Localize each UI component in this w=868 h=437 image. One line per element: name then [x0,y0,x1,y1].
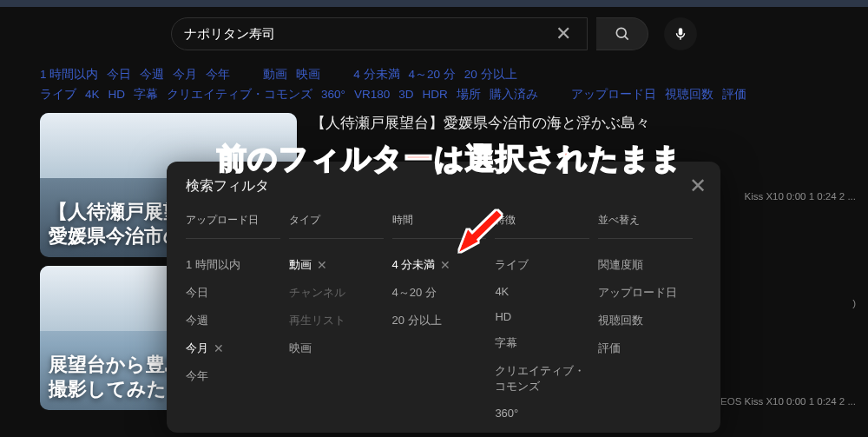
filter-option-label: 評価 [598,341,621,356]
filter-link[interactable]: 字幕 [134,88,158,101]
filter-shortcut-links: 1 時間以内今日今週今月今年動画映画4 分未満4～20 分20 分以上 ライブ4… [0,61,868,106]
filter-option[interactable]: クリエイティブ・コモンズ [495,357,589,401]
filter-link[interactable]: アップロード日 [571,88,656,101]
filter-link[interactable]: VR180 [354,88,390,101]
filter-option[interactable]: 4～20 分 [392,279,487,307]
filter-option-label: クリエイティブ・コモンズ [495,363,589,394]
filter-option-label: アップロード日 [598,285,677,301]
filter-option: チャンネル [289,279,384,307]
filter-link[interactable]: HDR [423,88,448,101]
search-bar: ✕ [0,7,868,61]
filter-option[interactable]: 今日 [186,279,280,307]
filter-link[interactable]: 購入済み [490,88,538,101]
filter-option[interactable]: 映画 [289,334,384,362]
filter-option-label: 動画 [289,257,312,273]
filter-option-label: 4K [495,285,509,298]
filter-link[interactable]: 今日 [107,68,131,81]
clear-search-icon[interactable]: ✕ [552,23,575,45]
filter-option-label: HD [495,310,511,323]
filter-option-label: 視聴回数 [598,313,643,328]
filter-column: 特徴ライブ4KHD字幕クリエイティブ・コモンズ360°VR180 [495,213,598,433]
video-meta-text: ) [852,298,856,308]
filter-link[interactable]: 動画 [263,68,287,81]
filter-link[interactable]: 4～20 分 [409,68,456,81]
remove-filter-icon[interactable]: ✕ [440,258,450,272]
filter-link[interactable]: クリエイティブ・コモンズ [167,88,312,101]
filter-link[interactable]: 4 分未満 [353,68,399,81]
filter-link[interactable]: 今年 [206,68,230,81]
svg-line-1 [624,36,628,40]
svg-point-0 [616,28,626,37]
remove-filter-icon[interactable]: ✕ [214,341,224,355]
filter-column-header: 並べ替え [598,213,693,239]
filter-option[interactable]: アップロード日 [598,279,693,307]
filter-option[interactable]: 4K [495,279,589,304]
filter-option[interactable]: 評価 [598,334,693,362]
filter-link[interactable]: 1 時間以内 [40,68,98,81]
filter-option[interactable]: 字幕 [495,329,589,357]
filter-link[interactable]: 評価 [722,88,746,101]
filter-column: 並べ替え関連度順アップロード日視聴回数評価 [598,213,701,433]
search-input-wrap: ✕ [171,17,588,50]
filter-option[interactable]: 今月✕ [186,334,280,362]
filter-option-label: 関連度順 [598,257,643,273]
filter-option[interactable]: 360° [495,401,589,426]
filter-option-label: 今月 [186,341,208,356]
filter-option-label: 字幕 [495,335,517,351]
filter-link[interactable]: 3D [398,88,413,101]
filter-option-label: 今週 [186,313,208,328]
filter-option-label: VR180 [495,432,529,433]
filter-option-label: 今日 [186,285,208,301]
filter-link[interactable]: 映画 [296,68,320,81]
filter-column: タイプ動画✕チャンネル再生リスト映画 [289,213,392,433]
modal-title: 検索フィルタ [186,177,701,195]
mic-icon [673,26,688,42]
search-button[interactable] [596,17,648,50]
filter-column-header: アップロード日 [186,213,280,239]
filter-option-label: 360° [495,407,518,420]
filter-option-label: 4 分未満 [392,257,436,273]
filter-link[interactable]: 360° [321,88,345,101]
search-filter-modal: 検索フィルタ ✕ アップロード日1 時間以内今日今週今月✕今年タイプ動画✕チャン… [167,162,720,433]
filter-link[interactable]: 今週 [140,68,164,81]
filter-option-label: 1 時間以内 [186,257,240,273]
filter-link[interactable]: 4K [85,88,100,101]
filter-column-header: 特徴 [495,213,589,239]
filter-link[interactable]: 20 分以上 [464,68,517,81]
filter-option[interactable]: 視聴回数 [598,307,693,334]
filter-option: 再生リスト [289,307,384,334]
filter-option-label: 20 分以上 [392,313,442,328]
filter-link[interactable]: 場所 [457,88,481,101]
filter-option[interactable]: 今年 [186,362,280,390]
video-meta-text: EOS Kiss X10 0:00 1 0:24 2 ... [720,396,856,407]
filter-link[interactable]: ライブ [40,88,76,101]
filter-link[interactable]: 今月 [173,68,197,81]
remove-filter-icon[interactable]: ✕ [317,258,327,272]
filter-option[interactable]: 20 分以上 [392,307,487,334]
filter-option-label: 映画 [289,341,312,356]
filter-option-label: ライブ [495,257,529,273]
filter-link[interactable]: HD [108,88,126,101]
filter-column-header: タイプ [289,213,384,239]
filter-option-label: チャンネル [289,285,345,301]
search-icon [614,25,631,43]
filter-option-label: 再生リスト [289,313,345,328]
filter-option[interactable]: HD [495,304,589,329]
annotation-text: 前のフィルターは選択されたまま [217,139,682,179]
video-title[interactable]: 【人待瀬戸展望台】愛媛県今治市の海と浮かぶ島々 [311,113,828,133]
filter-option[interactable]: 関連度順 [598,251,693,279]
close-icon[interactable]: ✕ [689,174,707,198]
filter-option[interactable]: 動画✕ [289,251,384,279]
filter-link[interactable]: 視聴回数 [665,88,713,101]
filter-option-label: 4～20 分 [392,285,437,301]
video-meta-text: Kiss X10 0:00 1 0:24 2 ... [745,191,857,202]
filter-column: アップロード日1 時間以内今日今週今月✕今年 [186,213,289,433]
annotation-arrow-icon [456,209,508,256]
filter-option[interactable]: VR180 [495,426,589,433]
search-input[interactable] [184,27,552,42]
voice-search-button[interactable] [664,17,697,50]
filter-option[interactable]: 今週 [186,307,280,334]
filter-option-label: 今年 [186,368,208,384]
filter-option[interactable]: ライブ [495,251,589,279]
filter-option[interactable]: 1 時間以内 [186,251,280,279]
